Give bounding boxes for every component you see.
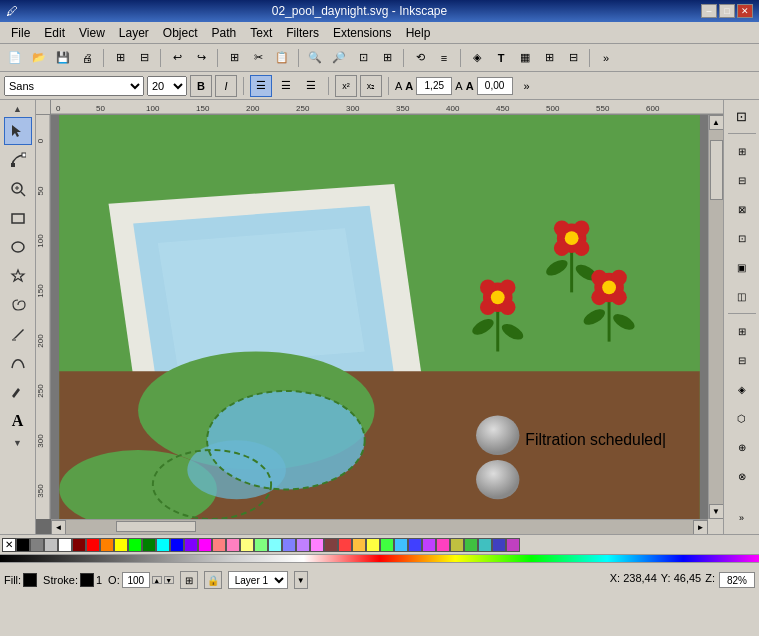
- hscroll-bar[interactable]: ◄ ►: [51, 519, 708, 534]
- menu-file[interactable]: File: [4, 24, 37, 42]
- palette-color-swatch[interactable]: [184, 538, 198, 552]
- palette-color-swatch[interactable]: [394, 538, 408, 552]
- gradients-btn[interactable]: ▦: [514, 47, 536, 69]
- word-spacing-input[interactable]: [477, 77, 513, 95]
- snap-tool-7[interactable]: ⊞: [728, 317, 756, 345]
- palette-color-swatch[interactable]: [436, 538, 450, 552]
- more-btn[interactable]: »: [595, 47, 617, 69]
- palette-color-swatch[interactable]: [492, 538, 506, 552]
- zoom-tool[interactable]: [4, 175, 32, 203]
- palette-color-swatch[interactable]: [100, 538, 114, 552]
- star-tool[interactable]: [4, 262, 32, 290]
- maximize-button[interactable]: □: [719, 4, 735, 18]
- node-edit-btn[interactable]: ◈: [466, 47, 488, 69]
- align-left-button[interactable]: ☰: [250, 75, 272, 97]
- font-family-select[interactable]: Sans Serif Monospace: [4, 76, 144, 96]
- menu-edit[interactable]: Edit: [37, 24, 72, 42]
- menu-layer[interactable]: Layer: [112, 24, 156, 42]
- font-size-select[interactable]: 20 12 16 24 36: [147, 76, 187, 96]
- vscroll-down-btn[interactable]: ▼: [709, 504, 724, 519]
- layer-select[interactable]: Layer 1: [228, 571, 288, 589]
- spiral-tool[interactable]: [4, 291, 32, 319]
- palette-color-swatch[interactable]: [254, 538, 268, 552]
- save-button[interactable]: 💾: [52, 47, 74, 69]
- snap-tool-6[interactable]: ◫: [728, 282, 756, 310]
- snap-tool-9[interactable]: ◈: [728, 375, 756, 403]
- selector-tool[interactable]: [4, 117, 32, 145]
- hscroll-thumb[interactable]: [116, 521, 196, 532]
- palette-color-swatch[interactable]: [156, 538, 170, 552]
- toolbox-expander-top[interactable]: ▲: [4, 102, 32, 116]
- menu-extensions[interactable]: Extensions: [326, 24, 399, 42]
- export-button[interactable]: ⊟: [133, 47, 155, 69]
- palette-color-swatch[interactable]: [58, 538, 72, 552]
- palette-color-swatch[interactable]: [114, 538, 128, 552]
- palette-color-swatch[interactable]: [268, 538, 282, 552]
- palette-color-swatch[interactable]: [296, 538, 310, 552]
- snap-tool-1[interactable]: ⊞: [728, 137, 756, 165]
- snap-tool-2[interactable]: ⊟: [728, 166, 756, 194]
- rect-tool[interactable]: [4, 204, 32, 232]
- paste-button[interactable]: 📋: [271, 47, 293, 69]
- palette-color-swatch[interactable]: [380, 538, 394, 552]
- menu-filters[interactable]: Filters: [279, 24, 326, 42]
- lock-indicator[interactable]: 🔒: [204, 571, 222, 589]
- palette-color-swatch[interactable]: [142, 538, 156, 552]
- copy-button[interactable]: ⊞: [223, 47, 245, 69]
- snap-indicator[interactable]: ⊞: [180, 571, 198, 589]
- palette-color-swatch[interactable]: [352, 538, 366, 552]
- circle-tool[interactable]: [4, 233, 32, 261]
- palette-color-swatch[interactable]: [464, 538, 478, 552]
- zoom-orig-btn[interactable]: ⊞: [376, 47, 398, 69]
- bezier-tool[interactable]: [4, 349, 32, 377]
- palette-color-swatch[interactable]: [478, 538, 492, 552]
- print-button[interactable]: 🖨: [76, 47, 98, 69]
- pencil-tool[interactable]: [4, 320, 32, 348]
- palette-color-swatch[interactable]: [212, 538, 226, 552]
- snap-zoom-fit[interactable]: ⊡: [728, 102, 756, 130]
- fill-color-box[interactable]: [23, 573, 37, 587]
- minimize-button[interactable]: –: [701, 4, 717, 18]
- canvas-inner[interactable]: Filtration scheduled|: [51, 115, 708, 519]
- vscroll-track[interactable]: [709, 130, 724, 504]
- palette-color-swatch[interactable]: [16, 538, 30, 552]
- palette-color-swatch[interactable]: [338, 538, 352, 552]
- palette-color-swatch[interactable]: [30, 538, 44, 552]
- snap-tool-12[interactable]: ⊗: [728, 462, 756, 490]
- open-button[interactable]: 📂: [28, 47, 50, 69]
- palette-color-swatch[interactable]: [422, 538, 436, 552]
- palette-no-color[interactable]: ✕: [2, 538, 16, 552]
- menu-help[interactable]: Help: [399, 24, 438, 42]
- subscript-button[interactable]: x₂: [360, 75, 382, 97]
- snap-tool-4[interactable]: ⊡: [728, 224, 756, 252]
- snap-tool-3[interactable]: ⊠: [728, 195, 756, 223]
- align-center-button[interactable]: ☰: [275, 75, 297, 97]
- palette-color-swatch[interactable]: [72, 538, 86, 552]
- text-more-btn[interactable]: »: [516, 75, 538, 97]
- zoom-input[interactable]: [719, 572, 755, 588]
- hscroll-left-btn[interactable]: ◄: [51, 520, 66, 535]
- palette-color-swatch[interactable]: [198, 538, 212, 552]
- callig-tool[interactable]: [4, 378, 32, 406]
- bold-button[interactable]: B: [190, 75, 212, 97]
- palette-color-swatch[interactable]: [450, 538, 464, 552]
- zoom-fit-btn[interactable]: ⊡: [352, 47, 374, 69]
- undo-button[interactable]: ↩: [166, 47, 188, 69]
- stroke-color-box[interactable]: [80, 573, 94, 587]
- snap-tool-5[interactable]: ▣: [728, 253, 756, 281]
- palette-color-swatch[interactable]: [366, 538, 380, 552]
- align-btn[interactable]: ≡: [433, 47, 455, 69]
- opacity-up-btn[interactable]: ▲: [152, 576, 162, 584]
- transform-btn[interactable]: ⟲: [409, 47, 431, 69]
- letter-spacing-input[interactable]: [416, 77, 452, 95]
- italic-button[interactable]: I: [215, 75, 237, 97]
- redo-button[interactable]: ↪: [190, 47, 212, 69]
- palette-color-swatch[interactable]: [86, 538, 100, 552]
- xml-btn[interactable]: ⊞: [538, 47, 560, 69]
- palette-color-swatch[interactable]: [282, 538, 296, 552]
- menu-object[interactable]: Object: [156, 24, 205, 42]
- palette-color-swatch[interactable]: [170, 538, 184, 552]
- hscroll-right-btn[interactable]: ►: [693, 520, 708, 535]
- palette-color-swatch[interactable]: [226, 538, 240, 552]
- palette-color-swatch[interactable]: [408, 538, 422, 552]
